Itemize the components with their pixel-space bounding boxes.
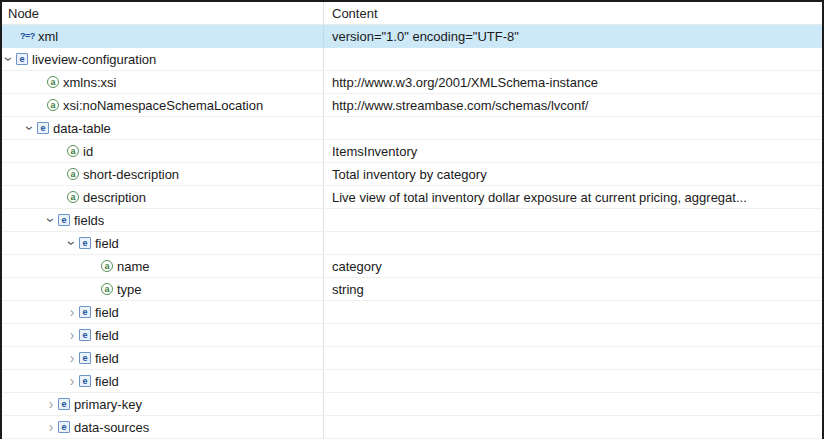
node-label: short-description [83,167,179,182]
node-label: field [95,374,119,389]
content-text: http://www.streambase.com/schemas/lvconf… [332,98,588,113]
tree-row[interactable]: adescriptionLive view of total inventory… [2,186,822,209]
column-header-content-label: Content [332,6,378,21]
tree-row[interactable]: ›efields [2,209,822,232]
processing-instruction-icon: ?=? [20,31,35,41]
node-cell: ›efield [2,347,324,369]
tree-row[interactable]: ›efield [2,347,822,370]
tree-rows: ?=?xmlversion="1.0" encoding="UTF-8"›eli… [2,25,822,439]
content-cell [324,347,822,369]
column-header-node[interactable]: Node [2,2,324,24]
tree-row[interactable]: ›efield [2,232,822,255]
column-header-node-label: Node [8,6,39,21]
element-icon: e [79,375,91,387]
content-cell: ItemsInventory [324,140,822,162]
collapse-chevron-icon[interactable]: › [23,122,37,134]
element-icon: e [79,237,91,249]
expand-chevron-icon[interactable]: › [66,305,78,319]
node-cell: ›efield [2,370,324,392]
tree-row[interactable]: ›efield [2,301,822,324]
node-cell: axmlns:xsi [2,71,324,93]
node-label: xmlns:xsi [63,75,116,90]
tree-row[interactable]: anamecategory [2,255,822,278]
node-label: field [95,236,119,251]
expand-chevron-icon[interactable]: › [66,351,78,365]
node-label: data-table [53,121,111,136]
node-cell: ›eprimary-key [2,393,324,415]
element-icon: e [79,352,91,364]
tree-row[interactable]: axmlns:xsihttp://www.w3.org/2001/XMLSche… [2,71,822,94]
node-cell: ›efields [2,209,324,231]
content-text: category [332,259,382,274]
content-text: string [332,282,364,297]
content-cell: category [324,255,822,277]
content-cell: Live view of total inventory dollar expo… [324,186,822,208]
content-cell: http://www.w3.org/2001/XMLSchema-instanc… [324,71,822,93]
xml-design-tree-view: Node Content ?=?xmlversion="1.0" encodin… [0,0,824,439]
node-cell: axsi:noNamespaceSchemaLocation [2,94,324,116]
node-cell: adescription [2,186,324,208]
expand-chevron-icon[interactable]: › [66,374,78,388]
element-icon: e [37,122,49,134]
content-cell [324,370,822,392]
content-cell [324,416,822,438]
column-header-content[interactable]: Content [324,2,822,24]
node-cell: ›efield [2,301,324,323]
node-label: data-sources [74,420,149,435]
tree-row[interactable]: ›eprimary-key [2,393,822,416]
attribute-icon: a [67,191,79,203]
content-cell [324,324,822,346]
content-text: version="1.0" encoding="UTF-8" [332,29,519,44]
node-label: name [117,259,150,274]
node-cell: ›eliveview-configuration [2,48,324,70]
element-icon: e [79,329,91,341]
node-label: liveview-configuration [32,52,156,67]
attribute-icon: a [67,168,79,180]
collapse-chevron-icon[interactable]: › [2,53,16,65]
node-label: id [83,144,93,159]
content-cell: http://www.streambase.com/schemas/lvconf… [324,94,822,116]
node-cell: ›edata-table [2,117,324,139]
content-cell: string [324,278,822,300]
collapse-chevron-icon[interactable]: › [44,214,58,226]
content-cell [324,209,822,231]
node-cell: ashort-description [2,163,324,185]
tree-row[interactable]: ›efield [2,370,822,393]
element-icon: e [58,421,70,433]
attribute-icon: a [47,99,59,111]
attribute-icon: a [101,260,113,272]
node-label: xsi:noNamespaceSchemaLocation [63,98,263,113]
node-label: description [83,190,146,205]
table-header: Node Content [2,2,822,25]
content-text: Live view of total inventory dollar expo… [332,190,747,205]
node-label: field [95,305,119,320]
collapse-chevron-icon[interactable]: › [65,237,79,249]
content-text: Total inventory by category [332,167,487,182]
tree-row[interactable]: atypestring [2,278,822,301]
tree-row[interactable]: aidItemsInventory [2,140,822,163]
attribute-icon: a [67,145,79,157]
tree-row[interactable]: ›efield [2,324,822,347]
content-cell [324,117,822,139]
tree-row[interactable]: ?=?xmlversion="1.0" encoding="UTF-8" [2,25,822,48]
tree-row[interactable]: ›edata-sources [2,416,822,439]
tree-row[interactable]: ›eliveview-configuration [2,48,822,71]
node-cell: atype [2,278,324,300]
tree-row[interactable]: ashort-descriptionTotal inventory by cat… [2,163,822,186]
node-cell: ›efield [2,232,324,254]
node-cell: ?=?xml [2,25,324,47]
node-cell: ›efield [2,324,324,346]
node-label: type [117,282,142,297]
tree-row[interactable]: axsi:noNamespaceSchemaLocationhttp://www… [2,94,822,117]
content-text: ItemsInventory [332,144,417,159]
expand-chevron-icon[interactable]: › [66,328,78,342]
tree-row[interactable]: ›edata-table [2,117,822,140]
node-cell: ›edata-sources [2,416,324,438]
expand-chevron-icon[interactable]: › [45,397,57,411]
attribute-icon: a [101,283,113,295]
content-cell [324,393,822,415]
node-label: field [95,351,119,366]
expand-chevron-icon[interactable]: › [45,420,57,434]
content-text: http://www.w3.org/2001/XMLSchema-instanc… [332,75,598,90]
node-label: fields [74,213,104,228]
